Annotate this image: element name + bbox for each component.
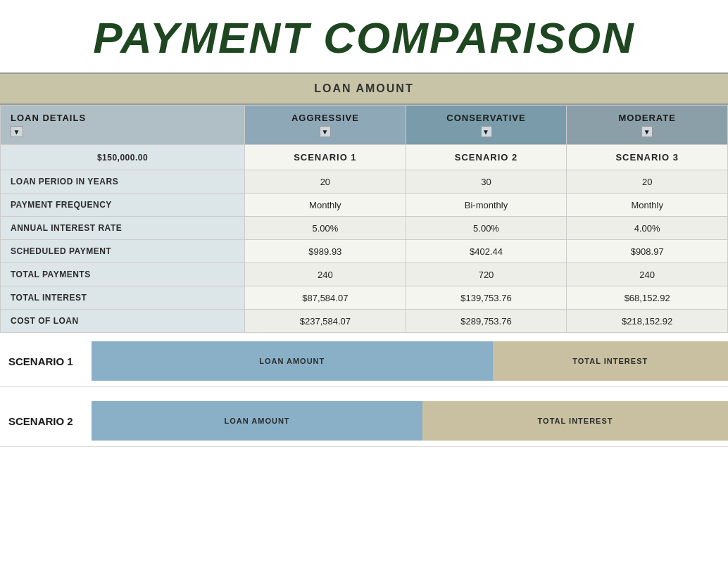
loan-amount-cell: $150,000.00: [1, 145, 245, 170]
table-row: PAYMENT FREQUENCY Monthly Bi-monthly Mon…: [1, 194, 728, 217]
chart-bars: LOAN AMOUNT TOTAL INTEREST: [92, 401, 728, 441]
table-row: ANNUAL INTEREST RATE 5.00% 5.00% 4.00%: [1, 217, 728, 240]
bar-loan: LOAN AMOUNT: [92, 401, 422, 441]
th-conservative: CONSERVATIVE ▼: [406, 106, 567, 145]
moderate-dropdown[interactable]: ▼: [641, 126, 653, 137]
bar-loan: LOAN AMOUNT: [92, 341, 493, 381]
scenario1-cell: SCENARIO 1: [245, 145, 406, 170]
table-header-row: LOAN DETAILS ▼ AGGRESSIVE ▼ CONSERVATIVE…: [1, 106, 728, 145]
aggressive-dropdown[interactable]: ▼: [320, 126, 331, 137]
table-row: TOTAL INTEREST $87,584.07 $139,753.76 $6…: [1, 286, 728, 310]
comparison-table: LOAN DETAILS ▼ AGGRESSIVE ▼ CONSERVATIVE…: [0, 105, 728, 333]
table-row: TOTAL PAYMENTS 240 720 240: [1, 263, 728, 286]
conservative-dropdown[interactable]: ▼: [481, 126, 492, 137]
page-title-section: PAYMENT COMPARISON: [0, 0, 728, 72]
loan-details-dropdown[interactable]: ▼: [11, 126, 23, 137]
chart-label: SCENARIO 2: [0, 405, 92, 437]
scenario2-cell: SCENARIO 2: [406, 145, 567, 170]
table-row: LOAN PERIOD IN YEARS 20 30 20: [1, 170, 728, 194]
scenario-header-row: $150,000.00 SCENARIO 1 SCENARIO 2 SCENAR…: [1, 145, 728, 170]
th-moderate: MODERATE ▼: [567, 106, 728, 145]
page-title: PAYMENT COMPARISON: [14, 13, 714, 63]
chart-section: SCENARIO 1 LOAN AMOUNT TOTAL INTEREST SC…: [0, 336, 728, 447]
bar-interest: TOTAL INTEREST: [422, 401, 728, 441]
bar-interest: TOTAL INTEREST: [493, 341, 728, 381]
table-row: COST OF LOAN $237,584.07 $289,753.76 $21…: [1, 310, 728, 333]
loan-amount-header: LOAN AMOUNT: [0, 72, 728, 105]
scenario3-cell: SCENARIO 3: [567, 145, 728, 170]
th-aggressive: AGGRESSIVE ▼: [245, 106, 406, 145]
th-loan-details: LOAN DETAILS ▼: [1, 106, 245, 145]
chart-row: SCENARIO 2 LOAN AMOUNT TOTAL INTEREST: [0, 396, 728, 447]
chart-label: SCENARIO 1: [0, 346, 92, 377]
table-row: SCHEDULED PAYMENT $989.93 $402.44 $908.9…: [1, 240, 728, 263]
chart-row: SCENARIO 1 LOAN AMOUNT TOTAL INTEREST: [0, 336, 728, 387]
chart-bars: LOAN AMOUNT TOTAL INTEREST: [92, 341, 728, 381]
